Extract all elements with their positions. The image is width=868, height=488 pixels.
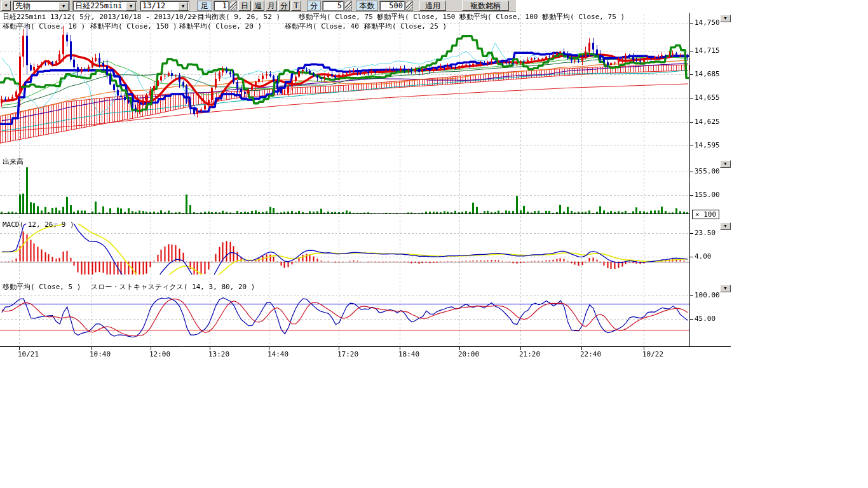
legend-item: 日経225mini 13/12( 5分, 2013/10/18 - 2013/1… [3, 13, 205, 21]
time-axis-label: 14:40 [268, 351, 288, 358]
legend-item: 移動平均( Close, 75 ) [542, 13, 625, 21]
time-axis-label: 22:40 [580, 351, 601, 358]
stoch-axis-label: 45.00 [695, 315, 715, 323]
legend-item: 移動平均( Close, 20 ) [179, 23, 262, 30]
stoch-axis-label: 100.00 [695, 292, 720, 299]
volume-multiplier-badge: × 100 [692, 210, 719, 219]
volume-panel-label: 出来高 [3, 158, 24, 166]
price-axis-label: 14,750 [695, 19, 720, 27]
volume-axis-label: 155.00 [695, 191, 720, 199]
chart-area: 日経225mini 13/12( 5分, 2013/10/18 - 2013/1… [0, 0, 868, 488]
legend-item: 移動平均( Close, 150 ) [377, 13, 464, 21]
time-axis-label: 13:20 [208, 351, 229, 358]
legend-item: 移動平均( Close, 100 ) [459, 13, 546, 21]
panel-scale-dropdown-button[interactable]: ▼ [720, 222, 731, 230]
time-axis-label: 10:40 [90, 351, 111, 358]
volume-axis-label: 355.00 [695, 168, 720, 175]
price-axis-label: 14,715 [695, 47, 720, 55]
legend-item: 移動平均( Close, 150 ) [90, 23, 177, 30]
legend-item: 移動平均( Close, 25 ) [364, 23, 447, 30]
time-axis-label: 12:00 [149, 351, 170, 358]
stoch-panel-label: スロー・ストキャスティクス( 14, 3, 80, 20 ) [91, 283, 255, 291]
stoch-panel-label: 移動平均( Close, 5 ) [3, 283, 81, 291]
price-axis-label: 14,685 [695, 71, 720, 78]
time-axis-label: 18:40 [398, 351, 419, 358]
legend-item: 移動平均( Close, 75 ) [299, 13, 381, 21]
macd-axis-label: 23.50 [695, 229, 715, 237]
panel-scale-dropdown-button[interactable]: ▼ [720, 285, 731, 292]
price-axis-label: 14,625 [695, 118, 720, 126]
time-axis-label: 21:20 [519, 351, 540, 358]
chart-application-window: { "toolbar": { "preset_arrow": "▼", "com… [0, 0, 868, 488]
legend-item: 移動平均( Close, 10 ) [3, 23, 85, 30]
price-axis-label: 14,595 [695, 142, 720, 149]
time-axis-label: 10/21 [18, 351, 39, 358]
panel-scale-dropdown-button[interactable]: ▼ [720, 160, 731, 168]
legend-item: 一目均衡表( 9, 26, 52 ) [191, 13, 280, 21]
legend-item: 移動平均( Close, 40 ) [285, 23, 367, 30]
time-axis-label: 10/22 [642, 351, 663, 358]
macd-panel-label: MACD( 12, 26, 9 ) [3, 221, 74, 229]
time-axis-label: 20:00 [458, 351, 479, 358]
macd-axis-label: 4.00 [695, 253, 712, 261]
panel-scale-dropdown-button[interactable]: ▼ [720, 15, 731, 22]
chart-plot-area[interactable] [0, 11, 868, 488]
price-axis-label: 14,655 [695, 94, 720, 102]
time-axis-label: 17:20 [337, 351, 358, 358]
